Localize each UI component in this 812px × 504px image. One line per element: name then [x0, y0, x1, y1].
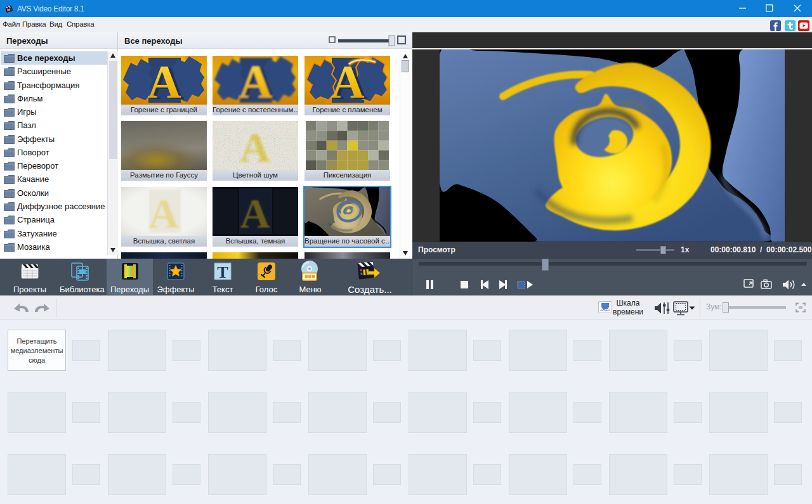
svg-text:T: T [217, 263, 228, 281]
svg-text:A: A [240, 190, 270, 236]
svg-text:A: A [331, 56, 364, 105]
svg-text:A: A [147, 56, 181, 105]
svg-text:A: A [239, 56, 272, 105]
